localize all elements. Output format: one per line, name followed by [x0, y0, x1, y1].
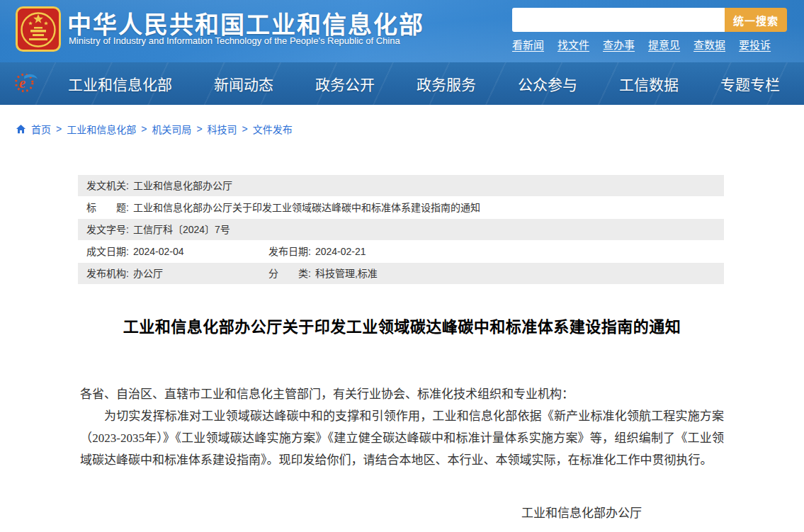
meta-label: 发布日期: [260, 246, 311, 257]
meta-row-publisher-category: 发布机构:办公厅分 类:科技管理,标准 [78, 263, 724, 284]
document-body: 各省、自治区、直辖市工业和信息化主管部门，有关行业协会、标准化技术组织和专业机构… [80, 383, 724, 532]
nav-item-special[interactable]: 专题专栏 [720, 73, 780, 94]
nav-item-data[interactable]: 工信数据 [619, 73, 679, 94]
breadcrumb-separator: > [196, 123, 202, 135]
meta-value: 2024-02-21 [315, 246, 366, 257]
breadcrumb-departments[interactable]: 机关司局 [152, 122, 191, 136]
quick-link-news[interactable]: 看新闻 [512, 37, 544, 52]
svg-text:e: e [19, 75, 26, 91]
unified-search-button[interactable]: 统一搜索 [725, 8, 787, 32]
meta-row-dates: 成文日期:2024-02-04发布日期:2024-02-21 [78, 241, 724, 262]
nav-items: 工业和信息化部 新闻动态 政务公开 政务服务 公众参与 工信数据 专题专栏 [38, 73, 804, 94]
quick-link-services[interactable]: 查办事 [603, 37, 635, 52]
meta-label: 成文日期: [78, 246, 129, 257]
site-header-banner: 中华人民共和国工业和信息化部 Ministry of Industry and … [0, 0, 804, 62]
nav-item-news[interactable]: 新闻动态 [214, 73, 273, 94]
signature-org: 工业和信息化部办公厅 [521, 502, 724, 524]
meta-label: 发布机构: [78, 268, 129, 279]
quick-links: 看新闻 找文件 查办事 提意见 查数据 要投诉 [512, 37, 771, 52]
breadcrumb: 首页 > 工业和信息化部 > 机关司局 > 科技司 > 文件发布 [16, 122, 804, 136]
body-paragraph: 为切实发挥标准对工业领域碳达峰碳中和的支撑和引领作用，工业和信息化部依据《新产业… [80, 405, 724, 471]
document-meta-table: 发文机关:工业和信息化部办公厅 标 题:工业和信息化部办公厅关于印发工业领域碳达… [78, 175, 724, 284]
breadcrumb-separator: > [242, 123, 248, 135]
salutation-paragraph: 各省、自治区、直辖市工业和信息化主管部门，有关行业协会、标准化技术组织和专业机构… [80, 383, 724, 405]
nav-item-miit[interactable]: 工业和信息化部 [68, 73, 172, 94]
main-nav: e 工业和信息化部 新闻动态 政务公开 政务服务 公众参与 工信数据 专题专栏 [0, 62, 804, 105]
national-emblem-icon [16, 6, 61, 55]
meta-row-doc-number: 发文字号:工信厅科〔2024〕7号 [78, 219, 724, 240]
meta-value: 科技管理,标准 [315, 268, 378, 279]
nav-item-gov-services[interactable]: 政务服务 [417, 73, 476, 94]
meta-value: 工信厅科〔2024〕7号 [133, 224, 230, 235]
breadcrumb-separator: > [56, 123, 62, 135]
quick-link-files[interactable]: 找文件 [557, 37, 589, 52]
meta-label: 发文字号: [78, 224, 129, 235]
meta-value: 工业和信息化部办公厅 [133, 180, 232, 191]
meta-value: 工业和信息化部办公厅关于印发工业领域碳达峰碳中和标准体系建设指南的通知 [133, 202, 480, 213]
miit-e-logo-icon: e [14, 72, 38, 96]
site-subtitle: Ministry of Industry and Information Tec… [69, 35, 400, 46]
search-bar: 统一搜索 [512, 8, 787, 32]
nav-item-gov-openness[interactable]: 政务公开 [315, 73, 375, 94]
meta-row-issuing-authority: 发文机关:工业和信息化部办公厅 [78, 175, 724, 196]
document-title: 工业和信息化部办公厅关于印发工业领域碳达峰碳中和标准体系建设指南的通知 [78, 314, 726, 336]
meta-value: 办公厅 [133, 268, 163, 279]
breadcrumb-science-tech-dept[interactable]: 科技司 [208, 122, 237, 136]
search-input[interactable] [512, 8, 725, 32]
home-icon[interactable] [16, 124, 26, 135]
breadcrumb-miit[interactable]: 工业和信息化部 [67, 122, 136, 136]
breadcrumb-separator: > [141, 123, 147, 135]
meta-label: 标 题: [78, 202, 129, 213]
meta-label: 发文机关: [78, 180, 129, 191]
signature-block: 工业和信息化部办公厅 2024年2月4日 [80, 502, 724, 532]
quick-link-feedback[interactable]: 提意见 [648, 37, 680, 52]
quick-link-complaint[interactable]: 要投诉 [739, 37, 771, 52]
meta-value: 2024-02-04 [133, 246, 184, 257]
meta-label: 分 类: [260, 268, 311, 279]
breadcrumb-home[interactable]: 首页 [31, 122, 51, 136]
nav-item-participation[interactable]: 公众参与 [518, 73, 577, 94]
breadcrumb-document-release: 文件发布 [253, 122, 293, 136]
meta-row-title: 标 题:工业和信息化部办公厅关于印发工业领域碳达峰碳中和标准体系建设指南的通知 [78, 197, 724, 218]
quick-link-data[interactable]: 查数据 [693, 37, 725, 52]
